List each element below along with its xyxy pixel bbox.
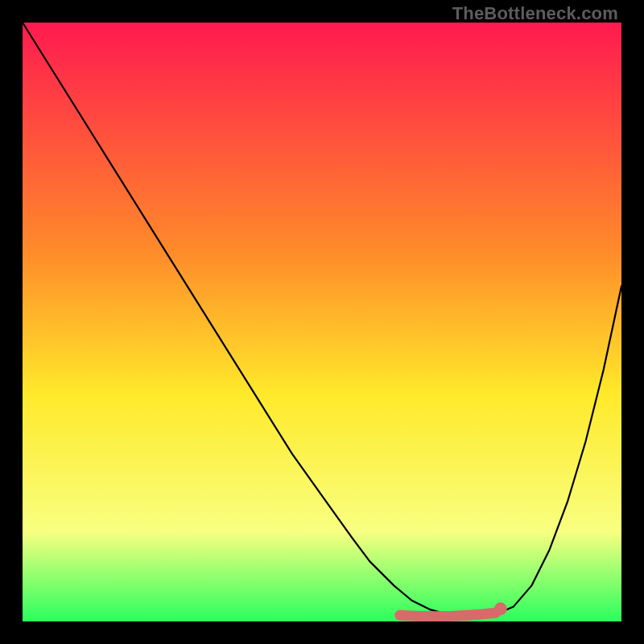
chart-frame bbox=[23, 23, 621, 621]
watermark-text: TheBottleneck.com bbox=[452, 3, 618, 24]
optimal-point-marker bbox=[494, 602, 507, 615]
chart-svg bbox=[23, 23, 621, 621]
optimal-range-marker bbox=[400, 613, 496, 616]
gradient-background bbox=[23, 23, 621, 621]
